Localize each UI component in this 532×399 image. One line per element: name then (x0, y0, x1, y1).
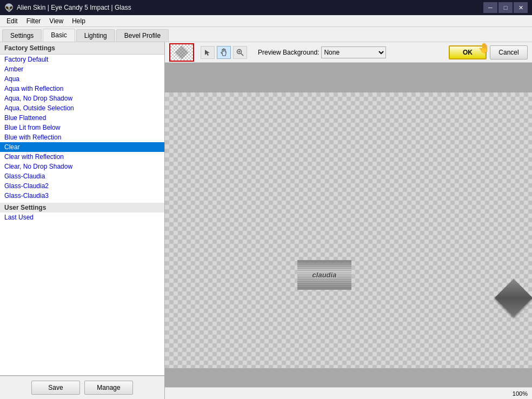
preview-top-gray (165, 63, 532, 92)
left-panel: Factory Settings Factory DefaultAmberAqu… (0, 42, 165, 399)
settings-list-wrapper[interactable]: Factory DefaultAmberAquaAqua with Reflec… (0, 55, 164, 375)
save-button[interactable]: Save (31, 381, 80, 395)
settings-list-item[interactable]: Aqua, No Drop Shadow (0, 94, 164, 103)
tab-basic[interactable]: Basic (43, 29, 75, 42)
preview-toolbar: Preview Background: None White Black Cus… (165, 42, 532, 63)
preview-bg-select[interactable]: None White Black Custom (321, 46, 386, 58)
claudia-preview-image: claudia (297, 260, 351, 290)
settings-list-item[interactable]: Aqua (0, 74, 164, 84)
checker-area: claudia (165, 92, 532, 368)
settings-list-item[interactable]: Glass-Claudia (0, 171, 164, 181)
title-controls: ─ □ ✕ (483, 2, 528, 13)
manage-button[interactable]: Manage (84, 381, 133, 395)
settings-list-item[interactable]: Glass-Claudia3 (0, 191, 164, 201)
settings-header: Factory Settings (0, 42, 164, 55)
close-button[interactable]: ✕ (514, 2, 528, 13)
settings-list-item[interactable]: Factory Default (0, 55, 164, 64)
preview-thumbnail (169, 43, 194, 62)
tab-settings[interactable]: Settings (2, 29, 42, 42)
settings-list-item[interactable]: Glass-Claudia2 (0, 181, 164, 191)
settings-list-item[interactable]: Blue Flattened (0, 113, 164, 123)
settings-list-item[interactable]: Blue Lit from Below (0, 123, 164, 132)
menu-view[interactable]: View (45, 16, 68, 26)
app-icon: 👽 (4, 3, 14, 12)
settings-list-container: Factory Settings Factory DefaultAmberAqu… (0, 42, 164, 376)
settings-list-item[interactable]: Clear with Reflection (0, 152, 164, 162)
settings-list-item[interactable]: Aqua with Reflection (0, 84, 164, 94)
diamond-shape (495, 279, 532, 317)
settings-list-item[interactable]: Aqua, Outside Selection (0, 103, 164, 113)
title-bar: 👽 Alien Skin | Eye Candy 5 Impact | Glas… (0, 0, 532, 15)
status-bar: 100% (165, 387, 532, 399)
preview-bottom-gray (165, 368, 532, 387)
hand-tool-button[interactable] (217, 46, 231, 59)
menu-filter[interactable]: Filter (22, 16, 45, 26)
zoom-level: 100% (513, 390, 528, 397)
settings-list-item[interactable]: Blue with Reflection (0, 132, 164, 142)
title-text: Alien Skin | Eye Candy 5 Impact | Glass (17, 4, 131, 11)
menu-bar: Edit Filter View Help (0, 15, 532, 27)
maximize-button[interactable]: □ (498, 2, 513, 13)
user-settings-item[interactable]: Last Used (0, 212, 164, 222)
zoom-tool-button[interactable] (233, 46, 247, 59)
preview-content: claudia (165, 63, 532, 387)
user-settings-header: User Settings (0, 203, 164, 212)
main-content: Factory Settings Factory DefaultAmberAqu… (0, 42, 532, 399)
title-bar-left: 👽 Alien Skin | Eye Candy 5 Impact | Glas… (4, 3, 131, 12)
ok-button[interactable]: OK (449, 45, 487, 59)
settings-list-item[interactable]: Clear, No Drop Shadow (0, 162, 164, 171)
svg-line-1 (241, 53, 244, 56)
settings-list-item[interactable]: Clear (0, 142, 164, 152)
menu-edit[interactable]: Edit (2, 16, 22, 26)
bottom-buttons: Save Manage (0, 376, 164, 399)
menu-help[interactable]: Help (68, 16, 90, 26)
right-panel: Preview Background: None White Black Cus… (165, 42, 532, 399)
tab-lighting[interactable]: Lighting (76, 29, 115, 42)
tabs-row: Settings Basic Lighting Bevel Profile (0, 27, 532, 42)
ok-cancel-area: OK Cancel (449, 45, 528, 59)
cancel-button[interactable]: Cancel (490, 45, 528, 59)
settings-list: Factory DefaultAmberAquaAqua with Reflec… (0, 55, 164, 222)
preview-bg-label: Preview Background: (258, 49, 319, 56)
arrow-tool-button[interactable] (201, 46, 215, 59)
settings-list-item[interactable]: Amber (0, 64, 164, 74)
preview-area: claudia (165, 63, 532, 387)
minimize-button[interactable]: ─ (483, 2, 497, 13)
tab-bevel-profile[interactable]: Bevel Profile (116, 29, 169, 42)
